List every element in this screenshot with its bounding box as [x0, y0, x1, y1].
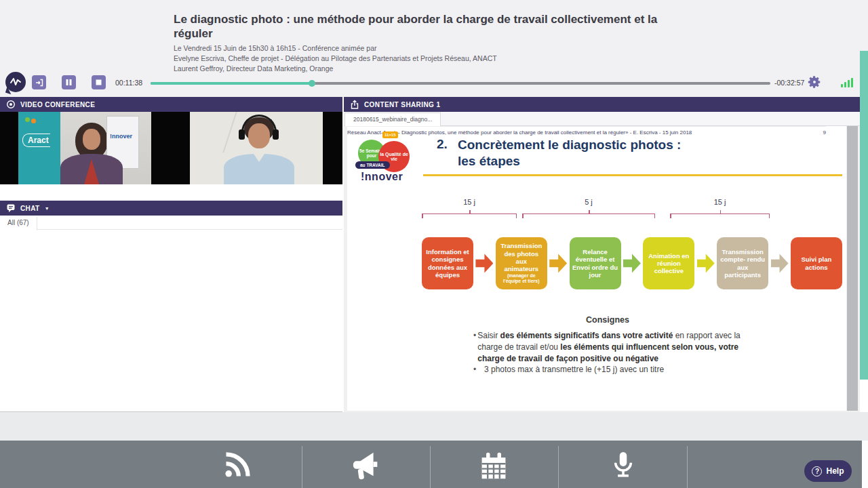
progress-bar[interactable]	[151, 82, 770, 85]
webinar-subtitle: Le Vendredi 15 Juin de 15h30 à 16h15 - C…	[174, 43, 689, 75]
duration-bracket-1	[422, 214, 517, 218]
consignes-heading: Consignes	[391, 315, 825, 325]
speaker-line-2: Laurent Geffroy, Directeur Data Marketin…	[174, 64, 689, 74]
chat-icon	[6, 203, 16, 213]
speaker-woman-face	[83, 129, 100, 150]
slide-title-number: 2.	[437, 137, 448, 152]
headset-earcup-right	[273, 129, 279, 140]
toolbar-divider	[687, 446, 688, 488]
pause-button[interactable]	[62, 75, 76, 89]
chat-title: CHAT	[20, 205, 40, 212]
chat-tab-all[interactable]: All (67)	[0, 216, 37, 230]
progress-knob[interactable]	[309, 80, 315, 87]
bottom-toolbar: ? Help	[0, 441, 868, 488]
player-header: Le diagnostic photo : une méthode pour a…	[0, 0, 868, 97]
signal-strength-icon	[841, 77, 856, 87]
step-label: Animation en réunion collective	[646, 252, 692, 275]
chat-tab-bar: All (67)	[0, 216, 342, 230]
session-line: Le Vendredi 15 Juin de 15h30 à 16h15 - C…	[174, 43, 689, 54]
bullet-item: • Saisir des éléments significatifs dans…	[473, 330, 754, 364]
logo-dot-orange	[31, 119, 36, 123]
step-label: Transmission compte- rendu aux participa…	[719, 248, 766, 279]
chat-panel: All (67)	[0, 216, 342, 412]
duration-bracket-3	[670, 214, 770, 218]
duration-label-2: 5 j	[522, 198, 655, 206]
speaker-line-1: Evelyne Escriva, Cheffe de projet - Délé…	[174, 54, 689, 64]
aract-label: Aract	[22, 134, 50, 147]
wall-line	[190, 112, 237, 152]
webcast-logo-icon	[5, 72, 26, 92]
arrow-right-icon	[475, 253, 493, 274]
headset-earcup-left	[239, 129, 245, 140]
help-icon: ?	[812, 466, 822, 476]
step-transmission-photos: Transmission des photos aux animateurs (…	[496, 237, 547, 289]
microphone-icon	[609, 450, 637, 481]
slide-page-number: 9	[823, 129, 826, 136]
title-underline	[423, 174, 842, 176]
video-conference-header: VIDEO CONFERENCE	[0, 97, 342, 112]
bullet-text: Saisir des éléments significatifs dans v…	[477, 330, 754, 364]
duration-label-3: 15 j	[670, 198, 770, 206]
schedule-button[interactable]	[479, 450, 509, 484]
duration-bracket-2	[522, 214, 655, 218]
webinar-title: Le diagnostic photo : une méthode pour a…	[174, 12, 658, 41]
logo-wordmark: !nnover	[361, 171, 403, 183]
logo-dot-green	[25, 117, 30, 122]
slide-title: Concrètement le diagnostic photos : les …	[458, 137, 837, 170]
step-label: Transmission des photos aux animateurs	[498, 242, 545, 272]
bottom-edge-strip	[862, 441, 868, 488]
toolbar-divider	[558, 446, 559, 488]
settings-button[interactable]	[807, 75, 822, 89]
poster-text: !nnover	[110, 133, 132, 140]
toolbar-divider	[302, 446, 302, 488]
webcam-left: Aract !nnover	[18, 112, 151, 184]
slide-page: 11>15 5e Semaine pour la Qualité de vie …	[347, 126, 846, 411]
toolbar-divider	[430, 446, 431, 488]
arrow-right-icon	[623, 253, 641, 274]
lower-spacer	[0, 412, 868, 441]
bullet-segment: Saisir	[477, 331, 500, 340]
step-compte-rendu: Transmission compte- rendu aux participa…	[717, 237, 768, 289]
webcam-right	[190, 112, 323, 184]
arrow-right-icon	[697, 253, 715, 274]
audio-button[interactable]	[609, 450, 637, 484]
calendar-icon	[479, 450, 509, 481]
remaining-time: -00:32:57	[774, 79, 804, 87]
document-tab[interactable]: 20180615_webinaire_diagno...	[344, 113, 441, 127]
video-panel-gap	[0, 184, 342, 201]
step-animation: Animation en réunion collective	[643, 237, 694, 289]
exit-button[interactable]	[32, 75, 46, 89]
content-sharing-icon	[350, 100, 359, 109]
chat-header[interactable]: CHAT ▼	[0, 201, 342, 216]
arrow-right-icon	[771, 253, 789, 274]
step-label: Relance éventuelle et Envoi ordre du jou…	[572, 248, 618, 279]
edge-scrollbar[interactable]	[860, 51, 868, 380]
process-flow: Information et consignes données aux équ…	[422, 237, 842, 289]
logout-icon	[35, 78, 44, 87]
gear-icon	[807, 75, 822, 89]
announcements-button[interactable]	[350, 450, 384, 484]
bullet-item: • 3 photos max à transmettre le (+15 j) …	[473, 364, 754, 375]
document-tab-bar: 20180615_webinaire_diagno...	[344, 112, 860, 126]
step-suivi: Suivi plan actions	[791, 237, 842, 289]
progress-fill	[151, 82, 312, 85]
content-sharing-header: CONTENT SHARING 1	[344, 97, 860, 112]
help-label: Help	[826, 466, 844, 476]
aract-banner: Aract	[18, 112, 60, 184]
slide-title-line-2: les étapes	[458, 153, 837, 169]
help-button[interactable]: ? Help	[804, 460, 852, 482]
logo-badge: 11>15	[382, 131, 398, 138]
step-sublabel: (manager de l'équipe et tiers)	[498, 273, 545, 285]
slide-viewport: 11>15 5e Semaine pour la Qualité de vie …	[344, 126, 860, 412]
logo-pill-navy: au TRAVAIL	[355, 161, 390, 169]
rss-icon	[222, 450, 252, 480]
bullet-segment-bold: des éléments significatifs dans votre ac…	[500, 331, 673, 340]
stop-button[interactable]	[92, 75, 106, 89]
feed-button[interactable]	[222, 450, 252, 483]
slide-scrollbar[interactable]	[847, 126, 858, 411]
video-conference-stream: Aract !nnover	[0, 112, 342, 184]
step-label: Suivi plan actions	[793, 256, 840, 270]
step-information: Information et consignes données aux équ…	[422, 237, 473, 289]
content-sharing-title: CONTENT SHARING 1	[364, 101, 440, 108]
pause-icon	[65, 79, 73, 86]
